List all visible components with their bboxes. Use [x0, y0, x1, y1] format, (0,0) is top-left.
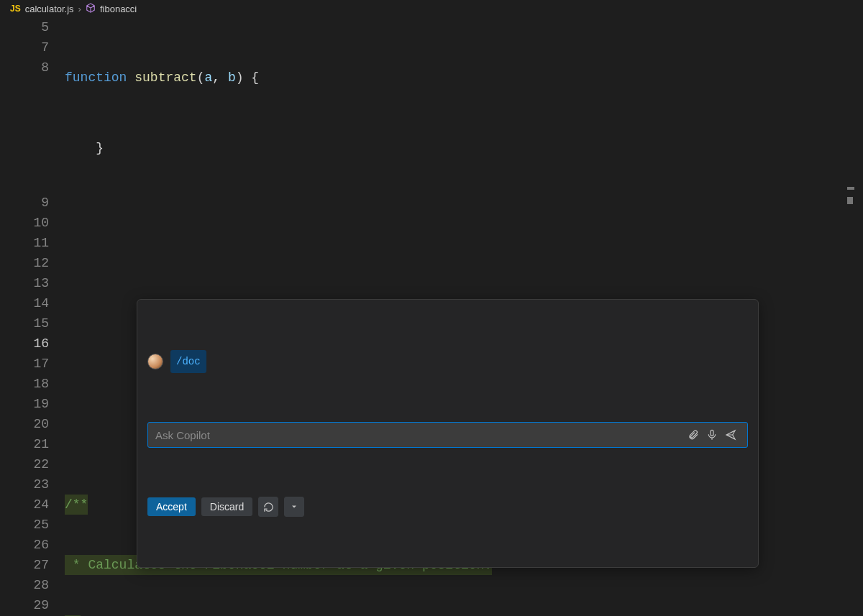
overview-mark	[847, 197, 853, 204]
accept-button[interactable]: Accept	[147, 497, 196, 516]
regenerate-icon[interactable]	[258, 497, 278, 517]
overview-ruler[interactable]	[847, 187, 854, 230]
breadcrumb: JS calculator.js › fibonacci	[0, 0, 863, 17]
overview-mark	[847, 187, 854, 190]
breadcrumb-separator: ›	[78, 4, 81, 14]
slash-command-chip[interactable]: /doc	[170, 350, 206, 373]
code-editor[interactable]: 5 7 8 9 10 11 12 13 14 15 16 17 18 19 20…	[0, 17, 863, 616]
attach-icon[interactable]	[684, 426, 703, 444]
user-avatar	[147, 354, 163, 369]
mic-icon[interactable]	[703, 426, 721, 444]
js-file-icon: JS	[10, 4, 21, 14]
discard-button[interactable]: Discard	[201, 497, 252, 516]
copilot-inline-panel: /doc Accept Discard	[137, 299, 759, 568]
breadcrumb-symbol[interactable]: fibonacci	[100, 4, 137, 14]
code-area[interactable]: function subtract(a, b) { } /doc	[65, 17, 863, 616]
copilot-input-row	[147, 422, 748, 448]
breadcrumb-file[interactable]: calculator.js	[25, 4, 74, 14]
send-icon[interactable]	[721, 426, 740, 444]
copilot-input[interactable]	[155, 429, 684, 441]
symbol-icon	[86, 3, 96, 15]
line-gutter: 5 7 8 9 10 11 12 13 14 15 16 17 18 19 20…	[0, 17, 65, 616]
more-options-icon[interactable]	[284, 497, 304, 517]
